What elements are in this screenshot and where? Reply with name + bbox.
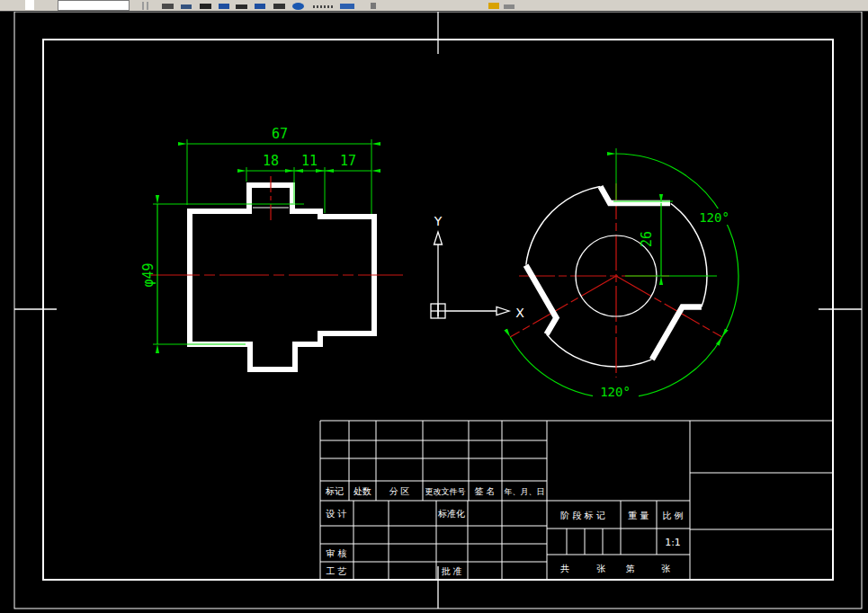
- dim-text-11[interactable]: 11: [301, 153, 318, 169]
- toolbar-icon-fragment[interactable]: [292, 3, 304, 10]
- toolbar-grip: [147, 2, 148, 10]
- tb-sheets-total-label: 共: [560, 564, 569, 573]
- tb-scale-label: 比 例: [662, 511, 683, 520]
- toolbar-strip[interactable]: [0, 0, 868, 12]
- cad-model-canvas[interactable]: 67 18 11 17 φ49: [0, 0, 868, 613]
- title-block: 标记 处数 分 区 更改文件号 签 名 年、月、日 设 计 标准化 审 核 工 …: [320, 421, 833, 580]
- ucs-x-label: X: [515, 306, 524, 320]
- toolbar-icon-fragment[interactable]: [236, 4, 247, 9]
- dim-text-17[interactable]: 17: [340, 153, 356, 169]
- tb-sheets-total-unit: 张: [596, 564, 605, 573]
- toolbar-icon-fragment[interactable]: [255, 4, 265, 9]
- tb-stage-mark-label: 阶 段 标 记: [560, 511, 605, 520]
- layer-combo-box[interactable]: [58, 0, 130, 11]
- tb-sheet-no-label: 第: [626, 564, 635, 573]
- toolbar-icon-fragment[interactable]: [340, 4, 354, 9]
- toolbar-icon-fragment[interactable]: [200, 4, 211, 9]
- tb-design-label: 设 计: [325, 509, 346, 519]
- toolbar-icon-fragment[interactable]: [504, 4, 515, 9]
- extension-lines[interactable]: [153, 139, 371, 344]
- dim-text-120-bottom[interactable]: 120°: [600, 385, 631, 399]
- tb-header-mark: 标记: [325, 486, 344, 496]
- tb-header-signature: 签 名: [474, 486, 495, 496]
- toolbar-icon-fragment[interactable]: [313, 5, 333, 8]
- toolbar-icon-fragment[interactable]: [488, 3, 499, 9]
- toolbar-icon-fragment[interactable]: [371, 3, 376, 9]
- tb-process-label: 工 艺: [326, 566, 346, 576]
- toolbar-icon-fragment[interactable]: [162, 4, 174, 9]
- side-view[interactable]: 26 120° 120°: [510, 148, 738, 399]
- tb-header-zone: 分 区: [389, 486, 409, 496]
- toolbar-grip: [142, 2, 144, 10]
- toolbar-icon-fragment[interactable]: [181, 4, 192, 9]
- dim-text-26[interactable]: 26: [639, 231, 655, 247]
- ucs-x-arrow: [497, 307, 509, 315]
- side-centerlines[interactable]: [510, 183, 722, 378]
- ucs-icon: Y X: [431, 214, 524, 320]
- tb-scale-value: 1:1: [665, 537, 681, 548]
- toolbar-icon-fragment[interactable]: [219, 4, 229, 9]
- tb-standardization-label: 标准化: [437, 509, 465, 519]
- tb-header-count: 处数: [353, 486, 371, 496]
- tb-approve-label: 批 准: [441, 566, 461, 576]
- toolbar-icon-fragment[interactable]: [25, 0, 34, 10]
- tb-check-label: 审 核: [326, 548, 346, 558]
- front-view-profile[interactable]: [190, 185, 374, 369]
- toolbar-icon-fragment[interactable]: [273, 4, 285, 9]
- dim-text-120-top[interactable]: 120°: [699, 210, 729, 225]
- ucs-y-arrow: [434, 232, 443, 244]
- tb-sheet-no-unit: 张: [661, 564, 670, 573]
- dim-text-dia49[interactable]: φ49: [140, 262, 157, 287]
- tb-weight-label: 重 量: [627, 511, 649, 520]
- dim-text-67[interactable]: 67: [272, 126, 288, 142]
- tb-header-change-file-no: 更改文件号: [425, 487, 466, 496]
- title-block-grid: [320, 421, 833, 580]
- dim-text-18[interactable]: 18: [263, 153, 279, 169]
- ucs-y-label: Y: [434, 214, 443, 228]
- front-view[interactable]: 67 18 11 17 φ49: [140, 126, 403, 369]
- tb-header-date: 年、月、日: [505, 487, 545, 496]
- dim-arc-120-top[interactable]: [616, 154, 738, 337]
